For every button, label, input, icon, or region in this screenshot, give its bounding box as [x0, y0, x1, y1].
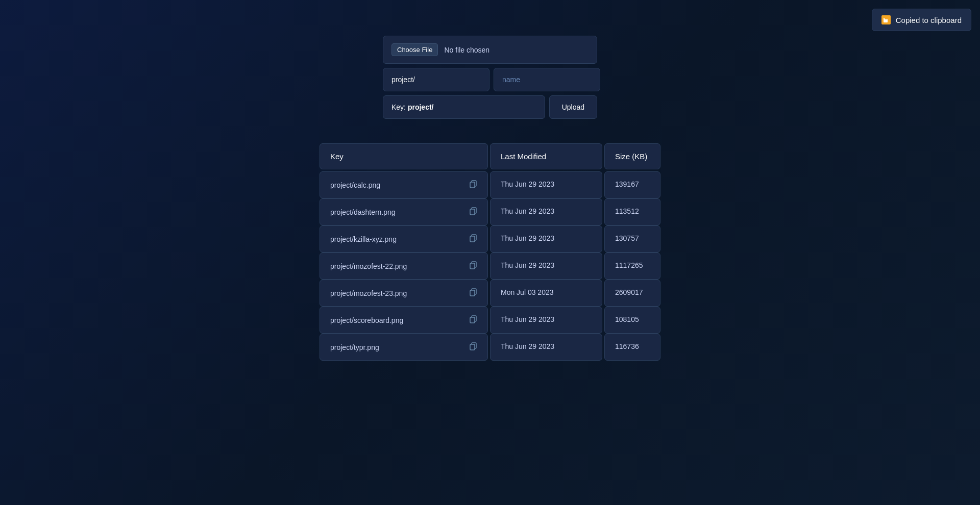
cell-size: 116736 — [604, 334, 660, 361]
upload-section: Choose File No file chosen Key: project/… — [383, 36, 597, 119]
path-input[interactable] — [383, 68, 489, 91]
copy-icon[interactable] — [469, 234, 477, 244]
cell-key: project/typr.png — [320, 334, 488, 361]
table-row: project/dashtern.png Thu Jun 29 2023 113… — [320, 198, 660, 225]
file-chosen-label: No file chosen — [444, 46, 489, 54]
col-size-header: Size (KB) — [604, 143, 660, 169]
table-row: project/mozofest-23.png Mon Jul 03 2023 … — [320, 280, 660, 307]
main-content: Choose File No file chosen Key: project/… — [0, 0, 980, 361]
cell-modified: Thu Jun 29 2023 — [490, 225, 602, 252]
cell-key: project/scoreboard.png — [320, 307, 488, 334]
key-display: Key: project/ — [383, 95, 545, 119]
svg-rect-7 — [470, 236, 475, 242]
copy-icon[interactable] — [469, 207, 477, 217]
key-upload-row: Key: project/ Upload — [383, 95, 597, 119]
cell-size: 113512 — [604, 198, 660, 225]
cell-key: project/dashtern.png — [320, 198, 488, 225]
table-header-row: Key Last Modified Size (KB) — [320, 143, 660, 169]
cell-key: project/mozofest-22.png — [320, 252, 488, 280]
file-input-row: Choose File No file chosen — [383, 36, 597, 64]
copy-icon[interactable] — [469, 288, 477, 298]
svg-rect-13 — [470, 317, 475, 323]
key-value: project/ — [408, 103, 434, 111]
cell-modified: Thu Jun 29 2023 — [490, 307, 602, 334]
svg-rect-15 — [470, 344, 475, 350]
choose-file-button[interactable]: Choose File — [391, 43, 438, 56]
key-text: project/kzilla-xyz.png — [330, 235, 397, 243]
table-row: project/calc.png Thu Jun 29 2023 139167 — [320, 171, 660, 198]
cell-key: project/kzilla-xyz.png — [320, 225, 488, 252]
key-text: project/mozofest-22.png — [330, 262, 407, 270]
table-row: project/mozofest-22.png Thu Jun 29 2023 … — [320, 252, 660, 280]
key-text: project/scoreboard.png — [330, 316, 403, 324]
key-text: project/dashtern.png — [330, 208, 396, 216]
cell-size: 2609017 — [604, 280, 660, 307]
cell-size: 108105 — [604, 307, 660, 334]
cell-size: 130757 — [604, 225, 660, 252]
path-name-row — [383, 68, 597, 91]
cell-modified: Thu Jun 29 2023 — [490, 252, 602, 280]
table-rows: project/calc.png Thu Jun 29 2023 139167 … — [320, 171, 660, 361]
table-row: project/typr.png Thu Jun 29 2023 116736 — [320, 334, 660, 361]
svg-rect-11 — [470, 290, 475, 296]
copy-icon[interactable] — [469, 261, 477, 271]
svg-rect-5 — [470, 209, 475, 215]
cell-modified: Mon Jul 03 2023 — [490, 280, 602, 307]
copy-icon[interactable] — [469, 342, 477, 352]
key-text: project/calc.png — [330, 181, 380, 189]
name-input[interactable] — [494, 68, 600, 91]
cell-modified: Thu Jun 29 2023 — [490, 198, 602, 225]
clipboard-icon — [881, 15, 891, 24]
cell-size: 139167 — [604, 171, 660, 198]
key-label: Key: — [391, 103, 408, 111]
key-text: project/typr.png — [330, 343, 379, 351]
cell-key: project/mozofest-23.png — [320, 280, 488, 307]
key-text: project/mozofest-23.png — [330, 289, 407, 297]
col-key-header: Key — [320, 143, 488, 169]
table-row: project/kzilla-xyz.png Thu Jun 29 2023 1… — [320, 225, 660, 252]
copy-icon[interactable] — [469, 180, 477, 190]
col-modified-header: Last Modified — [490, 143, 602, 169]
cell-key: project/calc.png — [320, 171, 488, 198]
table-row: project/scoreboard.png Thu Jun 29 2023 1… — [320, 307, 660, 334]
files-table: Key Last Modified Size (KB) project/calc… — [320, 143, 660, 361]
svg-rect-3 — [470, 182, 475, 188]
svg-rect-9 — [470, 263, 475, 269]
cell-modified: Thu Jun 29 2023 — [490, 171, 602, 198]
toast-message: Copied to clipboard — [896, 16, 962, 24]
copy-icon[interactable] — [469, 315, 477, 325]
cell-modified: Thu Jun 29 2023 — [490, 334, 602, 361]
upload-button[interactable]: Upload — [549, 95, 597, 119]
clipboard-toast: Copied to clipboard — [872, 9, 971, 31]
cell-size: 1117265 — [604, 252, 660, 280]
svg-rect-1 — [885, 17, 888, 19]
